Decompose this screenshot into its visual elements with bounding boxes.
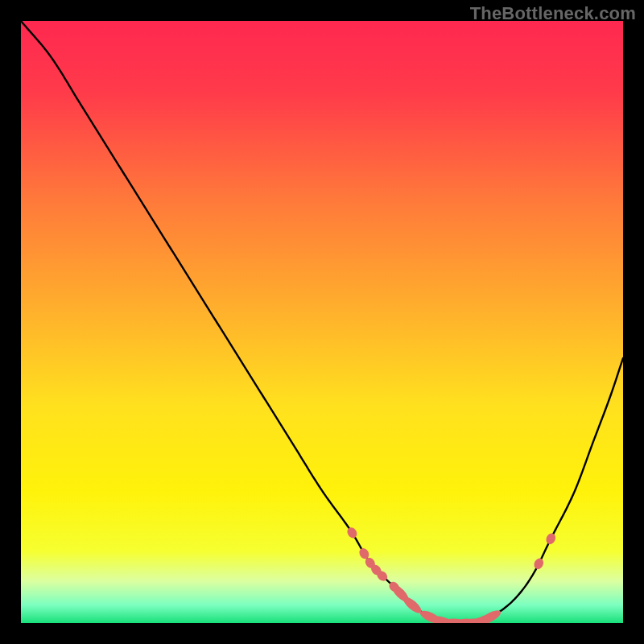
chart-svg — [0, 0, 644, 644]
chart-stage: TheBottleneck.com — [0, 0, 644, 644]
watermark-text: TheBottleneck.com — [470, 3, 636, 24]
plot-background — [21, 21, 623, 623]
